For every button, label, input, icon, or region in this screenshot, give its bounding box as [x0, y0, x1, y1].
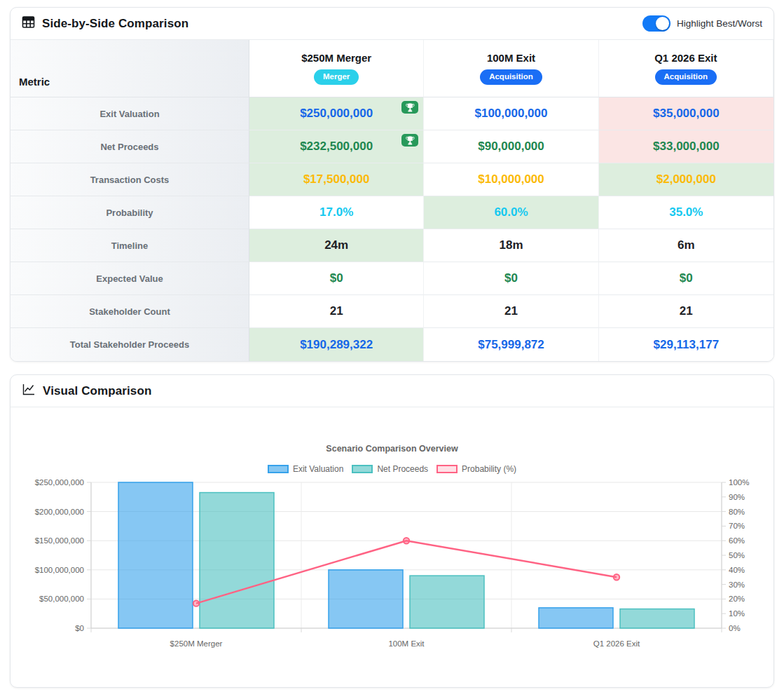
value-cell: 21	[424, 295, 598, 328]
legend-label: Probability (%)	[462, 464, 516, 474]
legend-item-net-proceeds[interactable]: Net Proceeds	[352, 464, 428, 474]
svg-text:$250M Merger: $250M Merger	[170, 639, 223, 648]
value-cell: 21	[599, 295, 773, 328]
svg-text:40%: 40%	[729, 566, 745, 574]
svg-text:$0: $0	[75, 624, 84, 632]
bar-exit-valuation	[118, 482, 193, 628]
metric-label: Total Stakeholder Proceeds	[11, 328, 249, 361]
value-cell: $2,000,000	[599, 163, 773, 196]
svg-text:50%: 50%	[729, 551, 745, 559]
metric-column-header: Metric	[11, 40, 249, 97]
chart-title: Scenario Comparison Overview	[21, 444, 763, 454]
visual-card-title: Visual Comparison	[43, 384, 151, 398]
best-trophy-icon: 🏆	[401, 134, 418, 147]
metric-label: Probability	[11, 196, 249, 229]
value-cell: $250,000,000🏆	[249, 97, 424, 130]
scenario-name: Q1 2026 Exit	[654, 52, 717, 64]
metric-label: Net Proceeds	[11, 130, 249, 163]
highlight-toggle-label: Highlight Best/Worst	[677, 18, 762, 29]
legend-swatch	[352, 465, 373, 473]
value-cell: $190,289,322	[249, 328, 424, 361]
svg-text:$200,000,000: $200,000,000	[35, 508, 84, 516]
legend-item-probability[interactable]: Probability (%)	[436, 464, 516, 474]
svg-text:70%: 70%	[729, 522, 745, 530]
line-chart-icon	[22, 383, 36, 399]
svg-text:100%: 100%	[729, 478, 749, 487]
value-cell: 60.0%	[424, 196, 598, 229]
bar-net-proceeds	[200, 493, 274, 628]
scenario-type-badge: Merger	[314, 69, 359, 85]
metric-label: Timeline	[11, 229, 249, 262]
bar-exit-valuation	[329, 570, 403, 628]
value-cell: 35.0%	[599, 196, 773, 229]
value-cell: 6m	[599, 229, 773, 262]
value-cell: $29,113,177	[599, 328, 773, 361]
value-cell: $10,000,000	[424, 163, 598, 196]
svg-text:80%: 80%	[729, 508, 745, 516]
value-cell: $33,000,000	[599, 130, 773, 163]
metric-label: Stakeholder Count	[11, 295, 249, 328]
comparison-card-title: Side-by-Side Comparison	[42, 17, 188, 31]
value-cell: $17,500,000	[249, 163, 424, 196]
value-cell: $90,000,000	[424, 130, 598, 163]
visual-card: Visual Comparison Scenario Comparison Ov…	[10, 374, 774, 688]
visual-card-header: Visual Comparison	[11, 375, 773, 407]
metric-label: Expected Value	[11, 262, 249, 295]
svg-text:0%: 0%	[729, 624, 741, 632]
bar-net-proceeds	[620, 609, 694, 628]
svg-text:100M Exit: 100M Exit	[388, 639, 425, 648]
svg-text:$150,000,000: $150,000,000	[35, 536, 84, 545]
svg-text:$50,000,000: $50,000,000	[39, 595, 84, 603]
probability-point	[193, 600, 199, 606]
comparison-card-header: Side-by-Side Comparison Highlight Best/W…	[11, 8, 773, 40]
probability-point	[404, 538, 409, 543]
svg-text:$100,000,000: $100,000,000	[35, 566, 84, 574]
best-trophy-icon: 🏆	[401, 101, 418, 114]
value-cell: $0	[249, 262, 424, 295]
scenario-type-badge: Acquisition	[655, 69, 717, 85]
svg-text:Q1 2026 Exit: Q1 2026 Exit	[593, 639, 640, 648]
legend-swatch	[436, 465, 458, 473]
probability-point	[614, 574, 619, 580]
legend-swatch	[268, 465, 289, 473]
svg-text:$250,000,000: $250,000,000	[35, 478, 84, 487]
value-cell: $0	[424, 262, 598, 295]
value-cell: $232,500,000🏆	[249, 130, 424, 163]
value-cell: $35,000,000	[599, 97, 773, 130]
page: Side-by-Side Comparison Highlight Best/W…	[0, 0, 784, 696]
scenario-comparison-chart: $0$50,000,000$100,000,000$150,000,000$20…	[21, 478, 763, 655]
value-cell: 21	[249, 295, 424, 328]
scenario-column-header: $250M MergerMerger	[249, 40, 424, 97]
legend-label: Net Proceeds	[377, 464, 428, 474]
bar-exit-valuation	[539, 608, 613, 628]
svg-text:60%: 60%	[729, 536, 745, 545]
value-cell: 24m	[249, 229, 424, 262]
toggle-knob	[656, 17, 669, 30]
table-icon	[22, 15, 35, 32]
scenario-column-header: 100M ExitAcquisition	[424, 40, 598, 97]
svg-text:10%: 10%	[729, 609, 745, 618]
scenario-column-header: Q1 2026 ExitAcquisition	[599, 40, 773, 97]
chart-legend: Exit ValuationNet ProceedsProbability (%…	[21, 464, 763, 474]
value-cell: 18m	[424, 229, 598, 262]
scenario-type-badge: Acquisition	[480, 69, 542, 85]
highlight-toggle-group: Highlight Best/Worst	[642, 15, 762, 32]
highlight-best-worst-toggle[interactable]	[642, 15, 670, 32]
value-cell: $75,999,872	[424, 328, 598, 361]
metric-label: Transaction Costs	[11, 163, 249, 196]
comparison-table: Metric $250M MergerMerger100M ExitAcquis…	[11, 40, 773, 361]
scenario-name: 100M Exit	[487, 52, 535, 64]
comparison-card: Side-by-Side Comparison Highlight Best/W…	[10, 7, 774, 362]
svg-text:90%: 90%	[729, 493, 745, 501]
legend-item-exit-valuation[interactable]: Exit Valuation	[268, 464, 344, 474]
svg-text:20%: 20%	[729, 595, 745, 603]
value-cell: $0	[599, 262, 773, 295]
chart-area: Scenario Comparison Overview Exit Valuat…	[11, 407, 773, 687]
value-cell: 17.0%	[249, 196, 424, 229]
value-cell: $100,000,000	[424, 97, 598, 130]
legend-label: Exit Valuation	[293, 464, 344, 474]
metric-label: Exit Valuation	[11, 97, 249, 130]
bar-net-proceeds	[410, 576, 484, 628]
svg-text:30%: 30%	[729, 581, 745, 589]
scenario-name: $250M Merger	[301, 52, 371, 64]
